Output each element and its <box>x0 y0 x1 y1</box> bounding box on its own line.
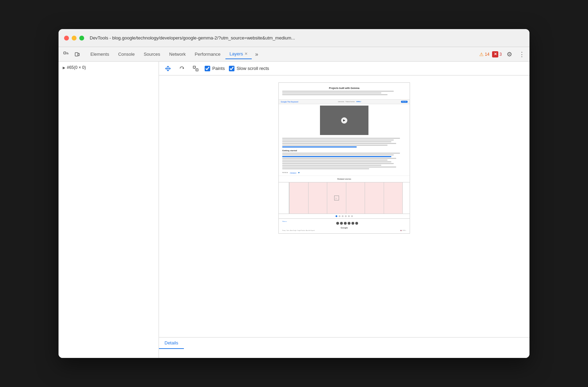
dot <box>345 215 347 217</box>
device-toggle-icon[interactable] <box>72 50 82 59</box>
details-tab[interactable]: Details <box>159 338 184 349</box>
tab-performance[interactable]: Performance <box>190 50 224 59</box>
tab-list: Elements Console Sources Network Perform… <box>86 49 479 59</box>
tile-right-spacer <box>403 182 410 214</box>
warning-triangle-icon: ⚠ <box>479 52 484 57</box>
tab-console[interactable]: Console <box>114 50 139 59</box>
more-tabs-button[interactable]: » <box>252 50 261 59</box>
tile-icon: ▷ <box>334 196 339 200</box>
details-panel: Details <box>159 337 529 358</box>
dot <box>342 215 344 217</box>
canvas-inner: Projects built with Gemma Google The Key… <box>159 75 529 241</box>
tree-node-65[interactable]: ▶ #65(0 × 0) <box>61 64 156 71</box>
article-lines-top <box>282 91 406 95</box>
paints-checkbox[interactable] <box>205 66 210 71</box>
pagination-dots <box>279 214 410 218</box>
reset-icon[interactable] <box>191 64 201 73</box>
traffic-lights <box>64 36 84 40</box>
canvas-area[interactable]: Projects built with Gemma Google The Key… <box>159 75 529 337</box>
page-preview: Projects built with Gemma Google The Key… <box>278 82 410 234</box>
inspect-element-icon[interactable] <box>61 50 71 59</box>
text-link <box>282 146 357 147</box>
text-line <box>282 153 400 154</box>
devtools-panel: Elements Console Sources Network Perform… <box>59 47 529 358</box>
svg-rect-3 <box>193 66 195 68</box>
text-line <box>282 160 387 161</box>
titlebar: DevTools - blog.google/technology/develo… <box>59 29 529 47</box>
slow-scroll-checkbox-label[interactable]: Slow scroll rects <box>229 66 269 71</box>
video-thumbnail: ▶ <box>320 106 368 135</box>
subscribe-button[interactable]: Subscribe <box>401 101 408 103</box>
tiles-row: ▷ <box>289 182 403 214</box>
dot <box>339 215 340 217</box>
tabbar-right: ⚠ 14 ✕ 3 ⚙ ⋮ <box>479 50 527 59</box>
tab-layers[interactable]: Layers ✕ <box>225 49 252 59</box>
social-icon-2[interactable] <box>340 222 343 225</box>
post-tag-area: POSTED IN: Developers 💙 <box>282 172 406 174</box>
paints-checkbox-label[interactable]: Paints <box>205 66 225 71</box>
rotate-tool-icon[interactable] <box>177 64 187 73</box>
tile-5 <box>365 182 384 214</box>
related-stories-label: Related stories <box>279 176 410 182</box>
tabbar-icons <box>61 50 82 59</box>
warning-badge[interactable]: ⚠ 14 <box>479 52 489 57</box>
main-area: ▶ #65(0 × 0) <box>59 62 529 358</box>
paints-label: Paints <box>212 66 225 71</box>
social-icon-6[interactable] <box>355 222 358 225</box>
layers-toolbar: Paints Slow scroll rects <box>159 62 529 75</box>
footer-bottom: Privacy · Terms · About Google · Google … <box>282 230 406 231</box>
svg-rect-1 <box>75 53 78 56</box>
tab-sources[interactable]: Sources <box>140 50 164 59</box>
tab-elements[interactable]: Elements <box>86 50 113 59</box>
google-logo: Google The Keyword <box>281 101 298 103</box>
tab-layers-close[interactable]: ✕ <box>244 52 248 56</box>
tile-4 <box>346 182 365 214</box>
social-icon-3[interactable] <box>344 222 347 225</box>
social-icon-1[interactable] <box>336 222 339 225</box>
text-line <box>282 166 396 168</box>
tab-network[interactable]: Network <box>165 50 190 59</box>
close-button[interactable] <box>64 36 69 40</box>
text-line <box>282 143 396 144</box>
error-badge[interactable]: ✕ 3 <box>492 51 502 57</box>
footer-nav-links: Privacy · Terms · About Google · Google … <box>282 230 315 231</box>
text-line <box>282 145 387 146</box>
maximize-button[interactable] <box>79 36 84 40</box>
text-line <box>282 94 387 95</box>
text-line <box>282 154 394 155</box>
tile-1 <box>289 182 309 214</box>
minimize-button[interactable] <box>72 36 77 40</box>
play-icon[interactable]: ▶ <box>341 117 347 124</box>
keyword-nav: Latest stories Products & services GEMMA… <box>338 101 361 102</box>
social-icon-4[interactable] <box>348 222 350 225</box>
text-line <box>282 138 400 139</box>
text-line <box>282 168 369 169</box>
text-line <box>282 163 394 164</box>
social-icon-5[interactable] <box>351 222 354 225</box>
settings-icon[interactable]: ⚙ <box>505 50 514 59</box>
left-panel: ▶ #65(0 × 0) <box>59 62 159 358</box>
error-x-icon: ✕ <box>492 51 498 57</box>
tree-expand-arrow: ▶ <box>63 66 65 70</box>
svg-rect-0 <box>64 52 66 54</box>
move-tool-icon[interactable] <box>163 64 173 73</box>
text-line <box>282 165 381 166</box>
tiles-section: ▷ <box>279 182 410 214</box>
page-title: Projects built with Gemma <box>282 87 406 89</box>
article-area: Getting started <box>279 136 410 176</box>
node-label: #65(0 × 0) <box>67 65 86 70</box>
dot <box>351 215 353 217</box>
text-line <box>282 161 391 162</box>
getting-started-title: Getting started <box>282 150 406 152</box>
text-line <box>282 92 381 93</box>
footer-area: Follow us: <box>279 218 410 233</box>
slow-scroll-label: Slow scroll rects <box>237 66 269 71</box>
page-top-section: Projects built with Gemma <box>279 83 410 99</box>
dot-active <box>336 215 337 217</box>
svg-rect-2 <box>78 53 79 56</box>
tag-developers[interactable]: Developers <box>289 172 297 174</box>
slow-scroll-checkbox[interactable] <box>229 66 234 71</box>
footer-social-icons <box>336 222 358 225</box>
more-options-icon[interactable]: ⋮ <box>517 50 527 59</box>
text-line <box>282 140 394 141</box>
